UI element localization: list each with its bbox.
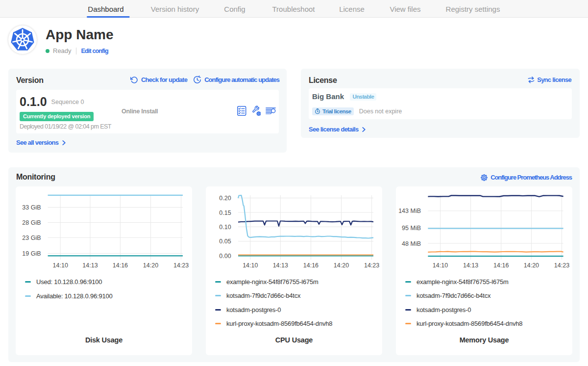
svg-text:0.00: 0.00 xyxy=(219,253,231,260)
svg-text:14:16: 14:16 xyxy=(113,262,128,269)
svg-text:14:10: 14:10 xyxy=(433,262,448,269)
svg-text:0.05: 0.05 xyxy=(219,238,231,245)
svg-text:14:10: 14:10 xyxy=(243,262,258,269)
svg-text:95 MiB: 95 MiB xyxy=(402,225,421,232)
svg-text:19 GiB: 19 GiB xyxy=(22,250,41,257)
svg-text:23 GiB: 23 GiB xyxy=(22,235,41,241)
svg-text:14:20: 14:20 xyxy=(524,262,539,269)
svg-text:14:23: 14:23 xyxy=(364,262,379,269)
svg-text:14:20: 14:20 xyxy=(334,262,349,269)
svg-text:0.15: 0.15 xyxy=(219,209,231,216)
svg-text:143 MiB: 143 MiB xyxy=(398,208,421,214)
svg-text:14:23: 14:23 xyxy=(173,262,189,269)
svg-text:14:16: 14:16 xyxy=(493,262,509,269)
svg-text:14:13: 14:13 xyxy=(82,262,98,269)
svg-text:0.10: 0.10 xyxy=(219,224,231,231)
svg-text:14:13: 14:13 xyxy=(273,262,288,269)
svg-text:14:13: 14:13 xyxy=(463,262,478,269)
svg-text:48 MiB: 48 MiB xyxy=(402,240,421,247)
svg-text:14:16: 14:16 xyxy=(303,262,318,269)
svg-text:14:23: 14:23 xyxy=(554,262,569,269)
svg-text:0.20: 0.20 xyxy=(219,195,231,202)
svg-text:33 GiB: 33 GiB xyxy=(22,204,41,211)
svg-text:14:20: 14:20 xyxy=(143,262,158,269)
svg-text:28 GiB: 28 GiB xyxy=(22,219,41,226)
svg-text:14:10: 14:10 xyxy=(53,262,68,269)
